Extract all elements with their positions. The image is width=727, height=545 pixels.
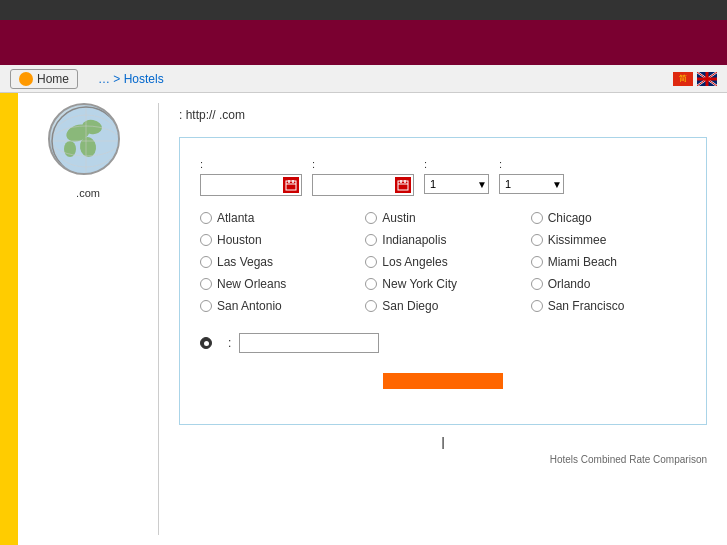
city-item-new-york-city[interactable]: New York City [365,277,520,291]
checkout-field: : [312,158,414,196]
search-btn-container [200,373,686,389]
radio-new-york-city[interactable] [365,278,377,290]
city-label-kissimmee: Kissimmee [548,233,607,247]
adults-field: : 1 2 3 4 ▼ [424,158,489,194]
checkin-label: : [200,158,302,170]
chinese-flag[interactable]: 简 [673,72,693,86]
adults-select[interactable]: 1 2 3 4 [424,174,489,194]
radio-san-diego[interactable] [365,300,377,312]
city-item-atlanta[interactable]: Atlanta [200,211,355,225]
english-flag[interactable] [697,72,717,86]
checkin-input-container[interactable] [200,174,302,196]
footer-pipe: | [441,435,444,449]
city-label-new-orleans: New Orleans [217,277,286,291]
radio-new-orleans[interactable] [200,278,212,290]
checkout-label: : [312,158,414,170]
home-icon [19,72,33,86]
nav-bar: Home … > Hostels 简 [0,65,727,93]
city-label-houston: Houston [217,233,262,247]
search-form: : : [179,137,707,425]
radio-los-angeles[interactable] [365,256,377,268]
com-label: .com [76,187,100,199]
left-stripe [0,93,18,545]
city-item-new-orleans[interactable]: New Orleans [200,277,355,291]
city-item-indianapolis[interactable]: Indianapolis [365,233,520,247]
hostels-link[interactable]: … > Hostels [98,72,164,86]
city-grid: Atlanta Austin Chicago Houston Indianapo… [200,211,686,313]
right-panel: : http:// .com : [159,93,727,545]
radio-custom[interactable] [200,337,212,349]
checkin-field: : [200,158,302,196]
radio-indianapolis[interactable] [365,234,377,246]
svg-rect-23 [398,181,408,190]
language-flags: 简 [673,72,717,86]
radio-orlando[interactable] [531,278,543,290]
radio-chicago[interactable] [531,212,543,224]
city-label-new-york-city: New York City [382,277,457,291]
radio-san-francisco[interactable] [531,300,543,312]
radio-atlanta[interactable] [200,212,212,224]
svg-rect-19 [286,181,296,190]
radio-las-vegas[interactable] [200,256,212,268]
checkout-input-container[interactable] [312,174,414,196]
form-labels-row: : : [200,158,686,196]
radio-austin[interactable] [365,212,377,224]
custom-colon: : [228,336,231,350]
city-label-miami-beach: Miami Beach [548,255,617,269]
globe-icon [48,103,120,175]
url-line: : http:// .com [179,108,707,122]
custom-city-row: : [200,333,686,353]
home-label: Home [37,72,69,86]
city-item-kissimmee[interactable]: Kissimmee [531,233,686,247]
adults-select-container: 1 2 3 4 ▼ [424,174,489,194]
svg-point-13 [64,141,76,157]
city-item-las-vegas[interactable]: Las Vegas [200,255,355,269]
rooms-select[interactable]: 1 2 3 4 [499,174,564,194]
city-label-chicago: Chicago [548,211,592,225]
checkout-input[interactable] [315,177,395,193]
city-item-chicago[interactable]: Chicago [531,211,686,225]
city-item-san-antonio[interactable]: San Antonio [200,299,355,313]
city-label-austin: Austin [382,211,415,225]
city-item-orlando[interactable]: Orlando [531,277,686,291]
custom-city-input[interactable] [239,333,379,353]
rooms-field: : 1 2 3 4 ▼ [499,158,564,194]
footer-divider-line: | [179,435,707,449]
main-content: .com : http:// .com : [0,93,727,545]
rooms-select-container: 1 2 3 4 ▼ [499,174,564,194]
left-panel: .com [18,93,158,545]
city-item-houston[interactable]: Houston [200,233,355,247]
city-label-san-francisco: San Francisco [548,299,625,313]
radio-san-antonio[interactable] [200,300,212,312]
site-header [0,20,727,65]
footer-credit: Hotels Combined Rate Comparison [179,454,707,465]
city-label-indianapolis: Indianapolis [382,233,446,247]
city-item-san-francisco[interactable]: San Francisco [531,299,686,313]
city-label-san-antonio: San Antonio [217,299,282,313]
radio-houston[interactable] [200,234,212,246]
city-item-los-angeles[interactable]: Los Angeles [365,255,520,269]
radio-miami-beach[interactable] [531,256,543,268]
search-button[interactable] [383,373,503,389]
city-item-miami-beach[interactable]: Miami Beach [531,255,686,269]
checkin-calendar-icon[interactable] [283,177,299,193]
city-label-las-vegas: Las Vegas [217,255,273,269]
checkout-calendar-icon[interactable] [395,177,411,193]
city-label-orlando: Orlando [548,277,591,291]
adults-label: : [424,158,489,170]
top-bar [0,0,727,20]
radio-kissimmee[interactable] [531,234,543,246]
city-label-atlanta: Atlanta [217,211,254,225]
home-button[interactable]: Home [10,69,78,89]
globe-container [48,103,128,183]
city-label-los-angeles: Los Angeles [382,255,447,269]
city-label-san-diego: San Diego [382,299,438,313]
city-item-san-diego[interactable]: San Diego [365,299,520,313]
rooms-label: : [499,158,564,170]
checkin-input[interactable] [203,177,283,193]
city-item-austin[interactable]: Austin [365,211,520,225]
